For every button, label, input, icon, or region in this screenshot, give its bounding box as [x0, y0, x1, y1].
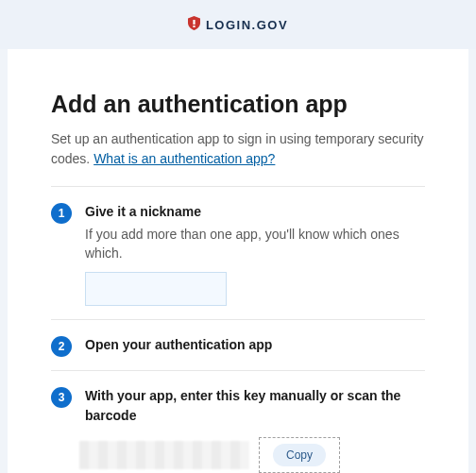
step-number: 3 — [51, 387, 72, 408]
step-3: 3 With your app, enter this key manually… — [51, 371, 425, 473]
step-number: 1 — [51, 203, 72, 224]
copy-button[interactable]: Copy — [273, 444, 326, 466]
svg-rect-1 — [193, 25, 195, 27]
step-body: Open your authentication app — [85, 335, 425, 355]
what-is-auth-app-link[interactable]: What is an authentication app? — [94, 151, 275, 166]
page-title: Add an authentication app — [51, 91, 425, 118]
shield-icon — [188, 16, 200, 34]
page-subtext: Set up an authentication app to sign in … — [51, 129, 425, 169]
step-title: With your app, enter this key manually o… — [85, 386, 425, 426]
step-body: With your app, enter this key manually o… — [85, 386, 425, 473]
brand-name: LOGIN.GOV — [206, 18, 288, 32]
step-body: Give it a nickname If you add more than … — [85, 202, 425, 306]
step-1: 1 Give it a nickname If you add more tha… — [51, 187, 425, 320]
step-2: 2 Open your authentication app — [51, 320, 425, 371]
step-desc: If you add more than one app, you'll kno… — [85, 226, 425, 262]
main-card: Add an authentication app Set up an auth… — [8, 49, 468, 473]
step-number: 2 — [51, 336, 72, 357]
header: LOGIN.GOV — [0, 0, 476, 49]
step-title: Open your authentication app — [85, 335, 425, 355]
step-title: Give it a nickname — [85, 202, 425, 222]
key-row: Copy — [79, 437, 425, 473]
copy-wrap: Copy — [259, 437, 340, 473]
secret-key-obscured — [79, 441, 249, 469]
svg-rect-0 — [193, 20, 195, 25]
nickname-input[interactable] — [85, 272, 227, 306]
